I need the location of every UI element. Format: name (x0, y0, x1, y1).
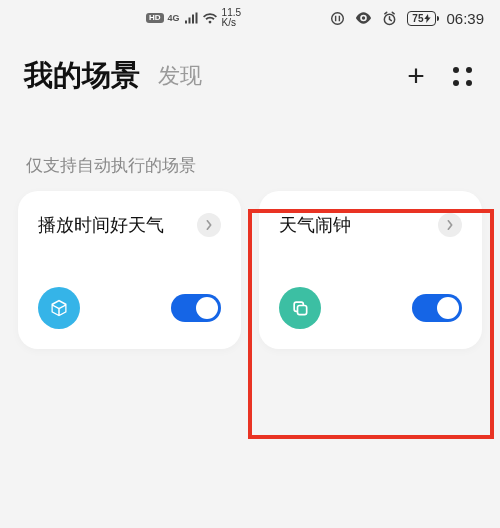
svg-point-1 (362, 16, 365, 19)
scene-card[interactable]: 播放时间好天气 (18, 191, 241, 349)
net-speed-unit: K/s (222, 18, 236, 28)
battery-level: 75 (412, 13, 423, 24)
battery-charge-icon (424, 14, 431, 23)
svg-rect-4 (298, 306, 307, 315)
chevron-right-icon (446, 220, 454, 230)
scene-card-title: 天气闹钟 (279, 213, 351, 237)
more-button[interactable] (448, 62, 476, 90)
net-speed: 11.5 K/s (222, 8, 241, 28)
battery-indicator: 75 (407, 11, 436, 26)
status-left: HD 4G 11.5 K/s (16, 8, 241, 28)
scene-card-open[interactable] (197, 213, 221, 237)
chevron-right-icon (205, 220, 213, 230)
network-gen: 4G (168, 13, 180, 23)
scene-toggle[interactable] (412, 294, 462, 322)
hd-badge: HD (146, 13, 164, 23)
scene-card[interactable]: 天气闹钟 (259, 191, 482, 349)
cube-icon (49, 298, 69, 318)
copy-icon (290, 298, 310, 318)
scene-app-icon (38, 287, 80, 329)
wifi-icon (202, 12, 218, 25)
page-header: 我的场景 发现 + (0, 36, 500, 106)
clock-time: 06:39 (446, 10, 484, 27)
scene-card-open[interactable] (438, 213, 462, 237)
four-dots-icon (453, 67, 472, 86)
alarm-icon (382, 11, 397, 26)
plus-icon: + (407, 61, 425, 91)
scene-app-icon (279, 287, 321, 329)
scene-card-title: 播放时间好天气 (38, 213, 164, 237)
cards-row: 播放时间好天气 天气闹钟 (0, 191, 500, 349)
add-button[interactable]: + (402, 62, 430, 90)
signal-icon (184, 12, 198, 25)
eye-icon (355, 12, 372, 24)
status-bar: HD 4G 11.5 K/s 75 06:39 (0, 0, 500, 36)
vibrate-icon (330, 11, 345, 26)
section-label: 仅支持自动执行的场景 (0, 106, 500, 191)
tab-my-scenes[interactable]: 我的场景 (24, 56, 140, 96)
svg-point-0 (332, 12, 344, 24)
tab-discover[interactable]: 发现 (158, 61, 202, 91)
status-right: 75 06:39 (330, 10, 484, 27)
scene-toggle[interactable] (171, 294, 221, 322)
